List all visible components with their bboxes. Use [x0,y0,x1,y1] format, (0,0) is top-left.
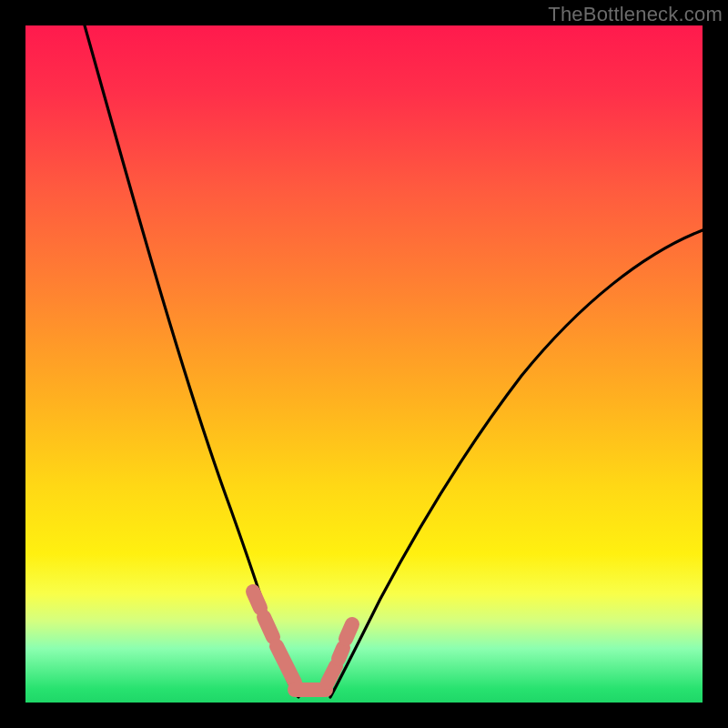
plot-area [25,25,703,703]
chart-frame: TheBottleneck.com [0,0,728,728]
watermark-text: TheBottleneck.com [548,3,723,26]
curve-overlay [25,25,703,703]
right-curve [330,230,703,697]
left-curve [85,25,298,697]
highlight-segments [253,592,352,690]
